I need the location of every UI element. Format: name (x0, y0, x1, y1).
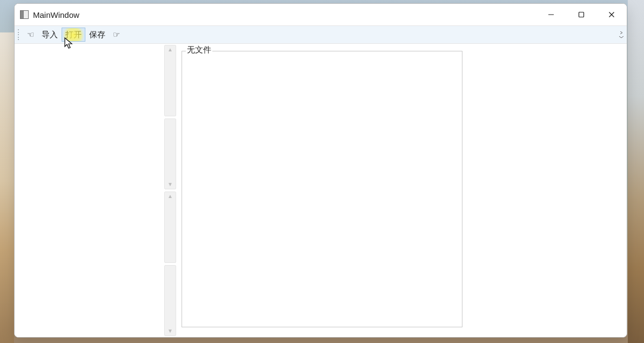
maximize-button[interactable] (566, 4, 596, 25)
toolbar: ☜ 导入 打开 保存 ☞ (15, 25, 627, 44)
chevron-right-small-icon (619, 31, 623, 34)
import-label: 导入 (42, 30, 58, 40)
svg-rect-1 (579, 12, 584, 17)
toolbar-overflow-button[interactable] (618, 29, 625, 41)
hand-left-icon: ☜ (27, 30, 34, 39)
desktop-background-left (0, 32, 14, 343)
window-controls (536, 4, 627, 25)
save-label: 保存 (89, 30, 105, 40)
minimize-button[interactable] (536, 4, 566, 25)
groupbox-frame (182, 51, 462, 327)
chevron-up-icon: ▲ (167, 47, 173, 52)
splitter-top[interactable]: ▲ (164, 45, 176, 116)
open-button[interactable]: 打开 (62, 28, 85, 42)
import-button[interactable]: 导入 (38, 28, 62, 42)
splitter-top-end[interactable]: ▼ (164, 118, 176, 190)
chevron-up-icon: ▲ (167, 194, 173, 199)
file-groupbox: 无文件 (182, 46, 462, 327)
nav-forward-button[interactable]: ☞ (109, 28, 124, 42)
splitter-stack: ▲ ▼ ▲ ▼ (163, 44, 177, 337)
chevron-down-small-icon (619, 36, 623, 38)
app-icon (20, 10, 29, 19)
save-button[interactable]: 保存 (85, 28, 109, 42)
left-panel (15, 44, 163, 337)
main-window: MainWindow ☜ 导入 打开 保存 (14, 3, 627, 338)
chevron-down-icon: ▼ (167, 328, 173, 334)
close-button[interactable] (596, 4, 627, 25)
open-label: 打开 (65, 30, 82, 40)
toolbar-grip[interactable] (18, 29, 21, 40)
hand-right-icon: ☞ (113, 30, 120, 39)
title-bar[interactable]: MainWindow (15, 4, 627, 25)
client-area: ▲ ▼ ▲ ▼ 无文件 (15, 44, 627, 337)
splitter-bottom-end[interactable]: ▼ (164, 265, 176, 337)
nav-back-button[interactable]: ☜ (23, 28, 38, 42)
window-title: MainWindow (33, 10, 79, 19)
chevron-down-icon: ▼ (167, 182, 173, 187)
splitter-bottom[interactable]: ▲ (164, 192, 176, 263)
desktop-background-right (628, 0, 644, 343)
groupbox-title: 无文件 (186, 45, 212, 55)
content-panel: 无文件 (177, 44, 627, 337)
